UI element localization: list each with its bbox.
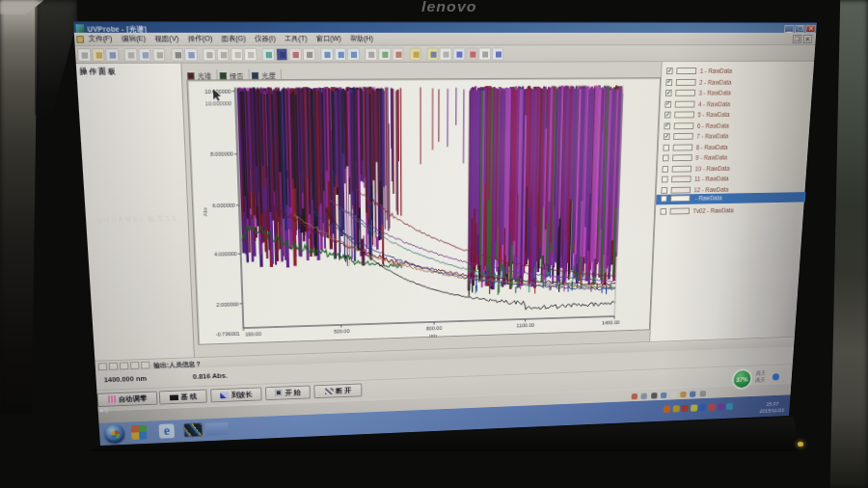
svg-text:-0.736001: -0.736001 <box>215 331 240 338</box>
svg-text:190.00: 190.00 <box>245 331 262 338</box>
svg-text:nm: nm <box>429 332 436 338</box>
svg-text:6.000000: 6.000000 <box>212 202 236 208</box>
svg-text:1400.00: 1400.00 <box>602 319 620 325</box>
svg-text:8.000000: 8.000000 <box>210 150 234 157</box>
svg-text:4.000000: 4.000000 <box>214 251 237 258</box>
svg-text:Abs: Abs <box>203 207 208 216</box>
svg-text:500.00: 500.00 <box>334 328 350 335</box>
svg-text:800.00: 800.00 <box>426 325 443 331</box>
svg-text:1100.00: 1100.00 <box>517 322 535 329</box>
svg-text:2.000000: 2.000000 <box>216 301 239 308</box>
